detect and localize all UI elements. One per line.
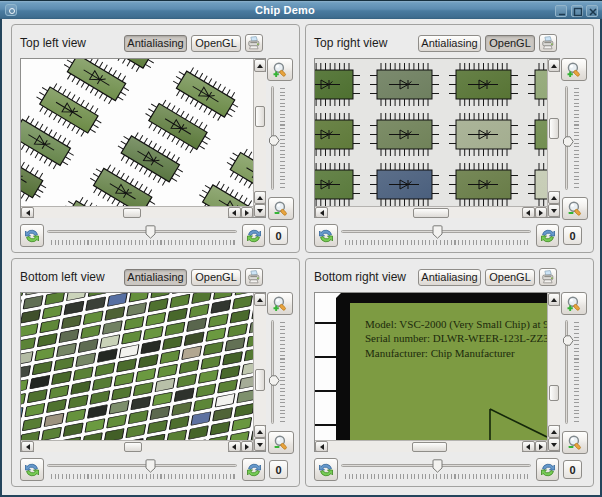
svg-text:Manufacturer: Chip Manufacture: Manufacturer: Chip Manufacturer [365, 347, 515, 359]
svg-text:Model: VSC-2000 (Very Small Ch: Model: VSC-2000 (Very Small Chip) at 9x1… [365, 318, 547, 331]
svg-text:Serial number: DLWR-WEER-123L-: Serial number: DLWR-WEER-123L-ZZ330-SDSJ [365, 332, 547, 344]
